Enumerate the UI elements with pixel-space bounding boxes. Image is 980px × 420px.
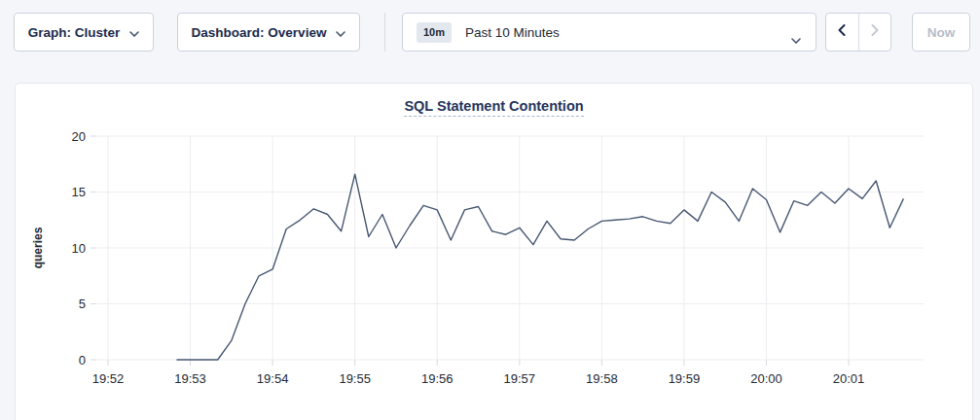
time-window-badge: 10m (417, 22, 452, 43)
now-button-label: Now (927, 25, 956, 40)
now-button[interactable]: Now (912, 13, 970, 52)
x-axis-tick-label: 19:57 (504, 371, 536, 386)
time-window-label: Past 10 Minutes (465, 25, 560, 40)
graph-dropdown[interactable]: Graph: Cluster (14, 13, 154, 52)
x-axis-tick-label: 20:01 (833, 371, 865, 386)
x-axis-tick-label: 19:56 (421, 371, 454, 386)
time-range-selector[interactable]: 10m Past 10 Minutes (402, 13, 817, 52)
chart-panel: SQL Statement Contention 0510152019:5219… (15, 83, 973, 420)
sql-statement-contention-chart[interactable]: 0510152019:5219:5319:5419:5519:5619:5719… (16, 113, 974, 420)
x-axis-tick-label: 20:00 (750, 371, 782, 386)
y-axis-tick-label: 10 (72, 241, 86, 256)
y-axis-tick-label: 5 (79, 297, 86, 311)
dashboard-dropdown-label: Dashboard: Overview (192, 25, 327, 40)
contention-series-line (177, 174, 904, 360)
chevron-down-icon (129, 25, 139, 40)
graph-dropdown-label: Graph: Cluster (28, 25, 121, 40)
y-axis-tick-label: 0 (79, 353, 86, 368)
time-shift-back-button[interactable] (826, 14, 859, 51)
x-axis-tick-label: 19:54 (257, 371, 289, 386)
y-axis-title: queries (31, 227, 45, 268)
y-axis-tick-label: 20 (72, 129, 86, 144)
dashboard-dropdown[interactable]: Dashboard: Overview (177, 13, 360, 52)
chevron-right-icon (870, 23, 880, 41)
x-axis-tick-label: 19:55 (339, 371, 371, 386)
toolbar-divider (384, 13, 385, 52)
chevron-left-icon (837, 23, 847, 41)
x-axis-tick-label: 19:53 (174, 371, 206, 386)
x-axis-tick-label: 19:52 (92, 371, 125, 386)
y-axis-tick-label: 15 (72, 185, 86, 199)
time-shift-control (825, 13, 891, 52)
x-axis-tick-label: 19:59 (669, 371, 701, 386)
chevron-down-icon (791, 30, 801, 48)
time-shift-forward-button[interactable] (859, 14, 891, 51)
x-axis-tick-label: 19:58 (586, 371, 618, 386)
chevron-down-icon (336, 25, 345, 40)
